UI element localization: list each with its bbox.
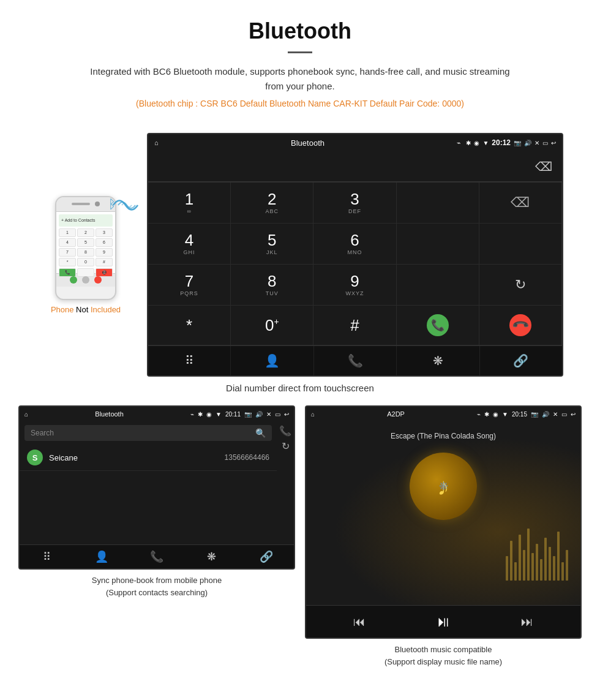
music-card: ⌂ A2DP ⌁ ✱ ◉ ▼ 20:15 📷 🔊 ✕ ▭ ↩ — [305, 405, 582, 668]
phone-call-btn-green[interactable]: 📞 — [59, 268, 76, 277]
pb-caption-line1: Sync phone-book from mobile phone — [92, 576, 222, 585]
phone-key-1[interactable]: 1 — [59, 228, 76, 237]
dial-hangup-button[interactable]: 📞 — [479, 306, 562, 345]
phone-btn-end[interactable] — [94, 276, 102, 284]
status-back-icon[interactable]: ↩ — [551, 140, 556, 146]
dial-key-6[interactable]: 6 MNO — [313, 224, 396, 265]
pb-close-icon[interactable]: ✕ — [266, 411, 271, 418]
phone-key-8[interactable]: 8 — [77, 248, 94, 257]
music-content: Escape (The Pina Colada Song) ♪ ❋ — [306, 421, 580, 605]
pb-search-bar[interactable]: Search 🔍 — [24, 425, 272, 441]
dial-empty-r2c4 — [397, 224, 479, 265]
pb-nav-calls[interactable]: 📞 — [129, 550, 184, 563]
pb-nav-bluetooth[interactable]: ❋ — [184, 550, 239, 563]
dial-key-star[interactable]: * — [148, 306, 231, 345]
nav-contacts[interactable]: 👤 — [231, 346, 313, 375]
pb-nav-dialpad[interactable]: ⠿ — [20, 550, 75, 563]
dial-key-5[interactable]: 5 JKL — [231, 224, 313, 265]
music-home-icon[interactable]: ⌂ — [311, 411, 315, 418]
page-title: Bluetooth — [37, 18, 563, 44]
content-area: ᛒ + Add to Contacts 1 2 — [0, 133, 600, 668]
music-close-icon[interactable]: ✕ — [553, 411, 558, 418]
music-loc-icon: ◉ — [493, 411, 498, 418]
music-eq-bars — [506, 529, 568, 581]
phone-key-hash[interactable]: # — [96, 258, 113, 266]
dial-key-9[interactable]: 9 WXYZ — [313, 265, 396, 306]
phone-btn-home[interactable] — [82, 276, 89, 284]
status-camera-icon[interactable]: 📷 — [514, 140, 521, 146]
pb-empty-space — [20, 471, 277, 544]
phone-btn-call[interactable] — [70, 276, 77, 284]
music-back-icon[interactable]: ↩ — [571, 411, 576, 418]
music-album-art: ♪ ❋ — [410, 453, 477, 520]
pb-nav-contacts[interactable]: 👤 — [75, 550, 130, 563]
phone-key-9[interactable]: 9 — [96, 248, 113, 257]
bottom-screenshots: ⌂ Bluetooth ⌁ ✱ ◉ ▼ 20:11 📷 🔊 ✕ ▭ ↩ — [18, 405, 582, 668]
status-home-icon[interactable]: ⌂ — [154, 139, 159, 146]
dial-caption: Dial number direct from touchscreen — [12, 383, 588, 393]
header-specs: (Bluetooth chip : CSR BC6 Default Blueto… — [37, 99, 563, 108]
pb-home-icon[interactable]: ⌂ — [24, 411, 28, 418]
pb-icon-phone[interactable]: 📞 — [279, 425, 291, 437]
status-window-icon[interactable]: ▭ — [542, 140, 548, 146]
dial-refresh-cell[interactable]: ↻ — [479, 265, 562, 306]
music-bt-icon: ✱ — [484, 411, 489, 418]
phone-key-7[interactable]: 7 — [59, 248, 76, 257]
dial-empty-r3c4 — [397, 265, 479, 306]
phone-key-5[interactable]: 5 — [77, 238, 94, 247]
pb-contact-row[interactable]: S Seicane 13566664466 — [20, 445, 277, 471]
pb-time: 20:11 — [225, 411, 241, 418]
dial-key-7[interactable]: 7 PQRS — [148, 265, 231, 306]
pb-status-bar: ⌂ Bluetooth ⌁ ✱ ◉ ▼ 20:11 📷 🔊 ✕ ▭ ↩ — [20, 407, 294, 421]
dial-empty-r2c5 — [479, 224, 562, 265]
pb-back-icon[interactable]: ↩ — [284, 411, 289, 418]
phone-key-6[interactable]: 6 — [96, 238, 113, 247]
pb-icon-refresh[interactable]: ↻ — [282, 440, 290, 452]
music-bt-overlay-icon: ❋ — [439, 480, 448, 493]
pb-contacts-list: Search 🔍 S Seicane 13566664466 — [20, 421, 277, 544]
music-cam-icon[interactable]: 📷 — [531, 411, 538, 418]
music-play-button[interactable]: ⏯ — [436, 613, 451, 630]
dial-key-1[interactable]: 1 ∞ — [148, 183, 231, 224]
music-next-button[interactable]: ⏭ — [521, 615, 533, 629]
phone-key-0[interactable]: 0 — [77, 258, 94, 266]
music-song-title-text: Escape (The Pina Colada Song) — [391, 432, 496, 440]
page-header: Bluetooth Integrated with BC6 Bluetooth … — [0, 0, 600, 121]
phone-key-4[interactable]: 4 — [59, 238, 76, 247]
dial-backspace-cell[interactable]: ⌫ — [479, 183, 562, 224]
dial-key-4[interactable]: 4 GHI — [148, 224, 231, 265]
dial-key-hash[interactable]: # — [313, 306, 396, 345]
pb-bt-icon: ✱ — [198, 411, 203, 418]
music-prev-button[interactable]: ⏮ — [353, 615, 366, 629]
nav-dialpad[interactable]: ⠿ — [148, 346, 231, 375]
dial-key-0[interactable]: 0+ — [231, 306, 313, 345]
phone-key-2[interactable]: 2 — [77, 228, 94, 237]
pb-window-icon[interactable]: ▭ — [275, 411, 280, 418]
pb-cam-icon[interactable]: 📷 — [244, 411, 252, 418]
music-vol-icon[interactable]: 🔊 — [542, 411, 549, 418]
backspace-button[interactable]: ⌫ — [535, 159, 552, 174]
nav-bluetooth[interactable]: ❋ — [397, 346, 479, 375]
dialpad-grid: 1 ∞ 2 ABC 3 DEF ⌫ 4 GHI — [148, 182, 562, 345]
dial-key-8[interactable]: 8 TUV — [231, 265, 313, 306]
nav-recents[interactable]: 📞 — [314, 346, 397, 375]
status-time: 20:12 — [492, 138, 511, 147]
pb-nav-link[interactable]: 🔗 — [239, 550, 294, 563]
status-close-icon[interactable]: ✕ — [534, 140, 539, 146]
pb-vol-icon[interactable]: 🔊 — [255, 411, 263, 418]
status-wifi-icon: ▼ — [482, 140, 489, 146]
phone-key-3[interactable]: 3 — [96, 228, 113, 237]
dial-key-3[interactable]: 3 DEF — [313, 183, 396, 224]
music-window-icon[interactable]: ▭ — [561, 411, 567, 418]
pb-main: Search 🔍 S Seicane 13566664466 — [20, 421, 294, 544]
pb-caption-line2: (Support contacts searching) — [106, 588, 208, 597]
dial-key-2[interactable]: 2 ABC — [231, 183, 313, 224]
nav-link[interactable]: 🔗 — [480, 346, 562, 375]
phone-key-star[interactable]: * — [59, 258, 76, 266]
dial-empty-r1c4 — [397, 183, 479, 224]
pb-search-icon[interactable]: 🔍 — [255, 428, 266, 438]
phone-hangup-btn[interactable]: 📵 — [96, 268, 113, 277]
dial-call-button[interactable]: 📞 — [397, 306, 479, 345]
status-volume-icon[interactable]: 🔊 — [524, 140, 531, 146]
phone-screen-row-2: 4 5 6 — [59, 238, 113, 247]
